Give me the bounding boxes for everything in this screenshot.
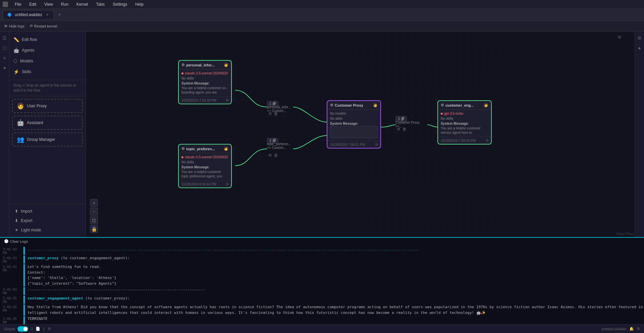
node-personal-infor-system-text: You are a helpful customer on-boarding a… <box>181 86 228 95</box>
edge-3-delete-icon[interactable]: 🗑 <box>402 127 407 131</box>
node-cp-system-textarea[interactable] <box>330 126 378 138</box>
restart-kernel-button[interactable]: ⟳ Restart kernel <box>30 24 57 28</box>
zoom-out-button[interactable]: − <box>90 208 98 216</box>
menu-help[interactable]: Help <box>134 1 145 7</box>
node-topic-footer-icons[interactable]: ⧉ <box>226 182 228 186</box>
log-row-3: 3:46:43 PM -----------------------------… <box>0 287 644 295</box>
menu-tabs[interactable]: Tabs <box>95 1 106 7</box>
node-personal-infor-model: claude-3-5-sonnet-20240620 <box>181 71 228 75</box>
status-settings-icon[interactable]: ⚙ <box>48 327 51 331</box>
sidebar-icon-1[interactable]: ⬡ <box>1 44 8 52</box>
zoom-in-button[interactable]: + <box>90 199 98 207</box>
zoom-lock-button[interactable]: 🔒 <box>90 225 98 233</box>
right-icon-gear[interactable]: ⚙ <box>636 34 643 42</box>
bell-icon[interactable]: 🔔 <box>629 327 634 331</box>
menu-bar: File Edit View Run Kernel Tabs Settings … <box>0 0 644 9</box>
copy-icon-cp[interactable]: ⧉ <box>375 143 378 147</box>
zoom-fit-button[interactable]: ⊡ <box>90 216 98 224</box>
tab-close-button[interactable]: × <box>45 12 50 17</box>
node-customer-proxy[interactable]: ⚙ Customer Proxy 🧑 No models No skills S… <box>327 100 381 149</box>
sidebar-icon-3[interactable]: ✦ <box>1 64 8 72</box>
simple-toggle[interactable]: Simple <box>4 326 28 332</box>
tab-add-button[interactable]: + <box>55 11 63 19</box>
nav-models-label: Models <box>20 59 33 63</box>
status-gear-icon[interactable]: ⚙ <box>637 327 640 331</box>
edge-2-gear-icon[interactable]: ⚙ <box>268 153 272 158</box>
menu-view[interactable]: View <box>43 1 54 7</box>
zoom-controls: + − ⊡ 🔒 <box>90 199 98 233</box>
assistant-label: Assistant <box>27 120 43 125</box>
nav-skills[interactable]: ⚡ Skills <box>9 66 86 77</box>
log-time-2: 3:46:43 PM <box>0 264 23 286</box>
main-tab[interactable]: 🔷 untitled.waldiez × <box>3 10 54 19</box>
nav-agents[interactable]: 🤖 Agents <box>9 45 86 56</box>
node-ce-model-label: gpt-3.5-turbo <box>444 112 463 115</box>
right-icon-circle[interactable]: ● <box>636 44 643 52</box>
log-bar-4 <box>23 296 25 304</box>
menu-settings[interactable]: Settings <box>111 1 128 7</box>
node-personal-infor-header: ⚙ personal_infor... 🧑 <box>179 61 231 69</box>
edge-2-delete-icon[interactable]: 🗑 <box>274 153 278 158</box>
node-personal-infor-title: personal_infor... <box>186 63 215 67</box>
nav-edit-flow[interactable]: ✏️ Edit flow <box>9 34 86 45</box>
node-ce-skills: No skills <box>441 117 488 120</box>
nav-models[interactable]: ⬡ Models <box>9 56 86 66</box>
menu-file[interactable]: File <box>13 1 22 7</box>
node-personal-infor-model-label: claude-3-5-sonnet-20240620 <box>185 71 228 75</box>
node-personal-infor[interactable]: ⚙ personal_infor... 🧑 claude-3-5-sonnet-… <box>178 60 232 104</box>
edge-1-gear-icon[interactable]: ⚙ <box>268 111 272 116</box>
menu-edit[interactable]: Edit <box>28 1 38 7</box>
canvas-area[interactable]: ⚙ personal_infor... 🧑 claude-3-5-sonnet-… <box>86 32 635 237</box>
restart-kernel-label: Restart kernel <box>34 24 57 28</box>
clear-logs-button[interactable]: 🕐 Clear Logs <box>4 239 28 243</box>
toggle-track[interactable] <box>17 326 28 332</box>
sidebar-icon-strip: ☰ ⬡ ≡ ✦ <box>0 32 9 237</box>
agent-card-user-proxy[interactable]: 🧑 User Proxy <box>12 99 83 113</box>
menu-run[interactable]: Run <box>60 1 70 7</box>
node-footer-icons[interactable]: ⧉ <box>226 98 228 102</box>
edge-3-msg-icon: 🗐 <box>401 117 405 121</box>
node-topic-timestamp: 10/28/2024 8:02:44 PM <box>181 182 216 186</box>
copy-icon[interactable]: ⧉ <box>226 98 228 102</box>
menu-kernel[interactable]: Kernel <box>75 1 90 7</box>
agent-card-group-manager[interactable]: 👥 Group Manager <box>12 132 83 147</box>
light-mode-button[interactable]: ☀ Light mode <box>12 226 83 234</box>
node-customer-proxy-header: ⚙ Customer Proxy 🧑 <box>327 101 380 110</box>
drag-hint: Drag n' drop an agent to the canvas to a… <box>9 80 86 96</box>
node-topic-header: ⚙ topic_preferen... 🧑 <box>179 145 231 153</box>
log-time-0: 3:46:43 PM <box>0 247 23 255</box>
copy-icon-topic[interactable]: ⧉ <box>226 182 228 186</box>
agent-card-assistant[interactable]: 🤖 Assistant <box>12 116 83 130</box>
node-topic-skills: No skills <box>181 160 228 164</box>
log-content[interactable]: 3:46:43 PM .............................… <box>0 245 644 324</box>
log-text-4-rest: (to customer_proxy): <box>85 296 129 300</box>
status-right: untitled.waldiez 🔔 ⚙ <box>601 327 640 331</box>
log-row-4: 3:46:45 PM customer_engagement_agent (to… <box>0 295 644 304</box>
tab-title: untitled.waldiez <box>15 12 42 17</box>
dots-span: ........................................… <box>28 247 419 252</box>
clear-logs-label: Clear Logs <box>10 239 28 243</box>
hide-logs-button[interactable]: 👁 Hide logs <box>4 24 24 28</box>
app-icon <box>3 2 8 7</box>
node-ce-avatar-icon: 🧑 <box>484 103 488 107</box>
node-ce-model: gpt-3.5-turbo <box>441 112 488 115</box>
edge-1-delete-icon[interactable]: 🗑 <box>274 111 278 116</box>
log-text-5: Hey Stella from Athens! Did you know tha… <box>28 304 644 316</box>
copy-icon-ce[interactable]: ⧉ <box>486 138 488 143</box>
node-cp-avatar-icon: 🧑 <box>373 103 378 107</box>
node-customer-eng[interactable]: ⚙ customer_eng... 🧑 gpt-3.5-turbo No ski… <box>437 100 492 145</box>
node-topic-preferen[interactable]: ⚙ topic_preferen... 🧑 claude-3-5-sonnet-… <box>178 144 232 188</box>
log-time-5: 3:46:45 PM <box>0 304 23 316</box>
models-icon: ⬡ <box>13 58 17 64</box>
node-ce-footer-icons[interactable]: ⧉ <box>486 138 488 143</box>
import-button[interactable]: ⬆ Import <box>12 207 83 216</box>
log-bar-0 <box>23 247 25 255</box>
right-sidebar: ⚙ ● <box>635 32 644 237</box>
agent-list: 🧑 User Proxy 🤖 Assistant 👥 Group Manager <box>9 96 86 204</box>
export-button[interactable]: ⬇ Export <box>12 216 83 225</box>
gear-icon-personal: ⚙ <box>181 63 185 67</box>
node-cp-footer-icons[interactable]: ⧉ <box>375 143 378 147</box>
sidebar-icon-2[interactable]: ≡ <box>1 54 8 62</box>
sidebar-icon-0[interactable]: ☰ <box>1 34 8 42</box>
edge-3-gear-icon[interactable]: ⚙ <box>397 127 400 131</box>
